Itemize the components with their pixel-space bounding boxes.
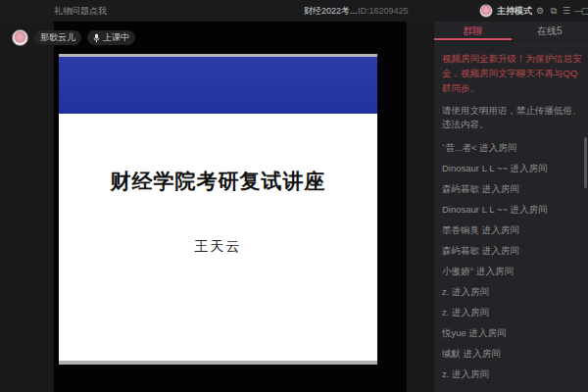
slide-bottom-strip [59,361,377,365]
gift-help-link[interactable]: 礼物问题点我 [54,0,107,22]
popout-icon[interactable]: ⧉ [547,0,561,22]
tab-group-chat[interactable]: 群聊 [434,22,512,40]
chat-message: 悦yue 进入房间 [442,327,582,339]
slide-body: 财经学院考研复试讲座 王天云 [59,114,377,361]
chat-tabs: 群聊 在线5 [434,22,588,41]
slide-presenter: 王天云 [195,238,242,256]
slide-title: 财经学院考研复试讲座 [111,168,326,195]
chat-message: `昔...者< 进入房间 [442,142,582,154]
chat-rule-notice: 请使用文明用语，禁止传播低俗、违法内容。 [442,104,582,131]
streamer-avatar[interactable] [12,29,28,46]
chat-message: 森屿暮歌 进入房间 [442,245,582,257]
chat-scrollbar[interactable] [584,137,587,188]
video-stage: 那歌云儿 上课中 财经学院考研复试讲座 王天云 [0,22,434,392]
host-avatar[interactable] [479,4,493,18]
microphone-icon [93,33,100,43]
maximize-button[interactable]: ▢ [580,0,588,22]
title-bar: 礼物问题点我 财经2022考... ID:16209425 主持模式 ⚙ ⧉ ☰… [0,0,588,22]
status-pill: 上课中 [87,30,135,45]
room-id: ID:16209425 [358,0,409,22]
chat-message: z. 进入房间 [442,307,582,318]
chat-message-list: 视频房间全新升级！为保护信息安全，视频房间文字聊天不再与QQ群同步。 请使用文明… [434,41,588,380]
host-mode-label: 主持模式 [497,0,532,22]
room-title: 财经2022考... [304,0,358,22]
presentation-slide: 财经学院考研复试讲座 王天云 [59,54,377,365]
slide-blue-banner [59,57,377,114]
system-notice: 视频房间全新升级！为保护信息安全，视频房间文字聊天不再与QQ群同步。 [442,51,582,95]
chat-message: 森屿暮歌 进入房间 [442,183,582,195]
chat-panel: 群聊 在线5 视频房间全新升级！为保护信息安全，视频房间文字聊天不再与QQ群同步… [434,22,588,392]
chat-message: z. 进入房间 [442,368,582,380]
chat-message: Dinosaur L L ~~ 进入房间 [442,204,582,216]
settings-icon[interactable]: ⚙ [533,0,547,22]
chat-message: 小傲娇° 进入房间 [442,266,582,277]
chat-message: z. 进入房间 [442,286,582,298]
status-label: 上课中 [103,30,129,45]
tab-online-count[interactable]: 在线5 [512,22,588,40]
chat-message: 缄默 进入房间 [442,348,582,360]
streamer-overlay: 那歌云儿 上课中 [12,29,135,46]
chat-message: 墨香铜臭 进入房间 [442,224,582,236]
chat-message: Dinosaur L L ~~ 进入房间 [442,163,582,174]
streamer-name-pill: 那歌云儿 [34,30,81,45]
streamer-name: 那歌云儿 [40,30,75,45]
